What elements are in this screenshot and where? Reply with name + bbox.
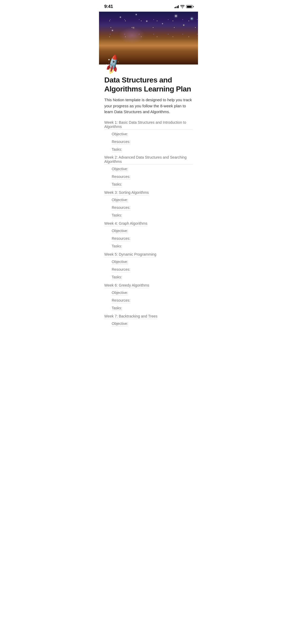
week-2-item-2[interactable]: Tasks:	[112, 181, 122, 187]
week-6-item-2[interactable]: Tasks:	[112, 305, 122, 311]
week-5-item-0[interactable]: Objective:	[112, 259, 128, 265]
week-items-7: Objective:	[104, 321, 193, 327]
week-title-4[interactable]: Week 4: Graph Algorithms	[104, 221, 147, 226]
week-7-item-0[interactable]: Objective:	[112, 321, 128, 326]
list-item: Objective:	[112, 290, 193, 296]
week-section-4: Week 4: Graph AlgorithmsObjective:Resour…	[104, 221, 193, 250]
week-1-item-0[interactable]: Objective:	[112, 131, 128, 137]
list-item: Tasks:	[112, 243, 193, 250]
week-title-7[interactable]: Week 7: Backtracking and Trees	[104, 314, 157, 319]
week-title-2[interactable]: Week 2: Advanced Data Structures and Sea…	[104, 155, 193, 164]
list-item: Resources:	[112, 139, 193, 145]
week-section-6: Week 6: Greedy AlgorithmsObjective:Resou…	[104, 283, 193, 312]
week-5-item-2[interactable]: Tasks:	[112, 274, 122, 280]
week-2-item-1[interactable]: Resources:	[112, 174, 130, 180]
list-item: Resources:	[112, 266, 193, 273]
weeks-container: Week 1: Basic Data Structures and Introd…	[104, 120, 193, 327]
battery-icon	[186, 5, 193, 8]
list-item: Objective:	[112, 166, 193, 173]
wifi-icon	[180, 5, 185, 8]
list-item: Objective:	[112, 197, 193, 204]
week-3-item-1[interactable]: Resources:	[112, 205, 130, 210]
status-time: 9:41	[104, 4, 113, 9]
list-item: Tasks:	[112, 305, 193, 312]
week-5-item-1[interactable]: Resources:	[112, 266, 130, 272]
signal-icon	[175, 5, 179, 8]
week-6-item-1[interactable]: Resources:	[112, 297, 130, 303]
week-items-2: Objective:Resources:Tasks:	[104, 166, 193, 188]
week-title-3[interactable]: Week 3: Sorting Algorithms	[104, 190, 149, 195]
week-section-3: Week 3: Sorting AlgorithmsObjective:Reso…	[104, 190, 193, 219]
rocket-container: 🚀	[99, 57, 198, 72]
week-items-4: Objective:Resources:Tasks:	[104, 228, 193, 250]
week-4-item-1[interactable]: Resources:	[112, 236, 130, 241]
list-item: Tasks:	[112, 146, 193, 153]
week-3-item-2[interactable]: Tasks:	[112, 212, 122, 218]
list-item: Objective:	[112, 131, 193, 138]
week-6-item-0[interactable]: Objective:	[112, 290, 128, 296]
list-item: Objective:	[112, 259, 193, 265]
list-item: Resources:	[112, 297, 193, 304]
page-description: This Notion template is designed to help…	[104, 97, 193, 115]
week-2-item-0[interactable]: Objective:	[112, 166, 128, 172]
week-section-2: Week 2: Advanced Data Structures and Sea…	[104, 155, 193, 188]
status-bar: 9:41	[99, 0, 198, 12]
week-3-item-0[interactable]: Objective:	[112, 197, 128, 203]
week-1-item-1[interactable]: Resources:	[112, 139, 130, 145]
week-section-5: Week 5: Dynamic ProgrammingObjective:Res…	[104, 252, 193, 281]
hero-highlight	[119, 27, 145, 43]
week-items-6: Objective:Resources:Tasks:	[104, 290, 193, 312]
list-item: Resources:	[112, 174, 193, 180]
week-items-1: Objective:Resources:Tasks:	[104, 131, 193, 153]
rocket-emoji: 🚀	[102, 54, 124, 75]
week-title-6[interactable]: Week 6: Greedy Algorithms	[104, 283, 149, 288]
week-1-item-2[interactable]: Tasks:	[112, 146, 122, 152]
list-item: Resources:	[112, 205, 193, 211]
week-section-1: Week 1: Basic Data Structures and Introd…	[104, 120, 193, 153]
list-item: Objective:	[112, 321, 193, 327]
week-title-5[interactable]: Week 5: Dynamic Programming	[104, 252, 156, 257]
main-content: Data Structures and Algorithms Learning …	[99, 72, 198, 340]
list-item: Objective:	[112, 228, 193, 234]
status-icons	[175, 5, 193, 8]
week-title-1[interactable]: Week 1: Basic Data Structures and Introd…	[104, 120, 193, 130]
list-item: Tasks:	[112, 181, 193, 188]
week-4-item-2[interactable]: Tasks:	[112, 243, 122, 249]
week-4-item-0[interactable]: Objective:	[112, 228, 128, 234]
week-items-3: Objective:Resources:Tasks:	[104, 197, 193, 219]
list-item: Resources:	[112, 236, 193, 242]
week-items-5: Objective:Resources:Tasks:	[104, 259, 193, 281]
list-item: Tasks:	[112, 274, 193, 281]
list-item: Tasks:	[112, 212, 193, 219]
page-title: Data Structures and Algorithms Learning …	[104, 76, 193, 93]
week-section-7: Week 7: Backtracking and TreesObjective:	[104, 314, 193, 327]
